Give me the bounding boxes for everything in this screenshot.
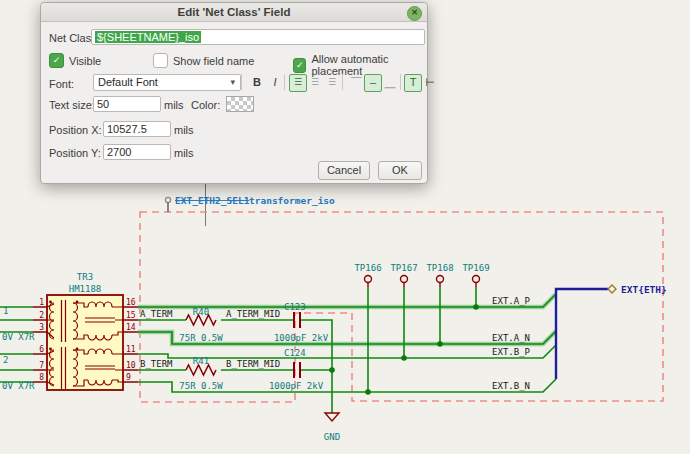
chevron-down-icon: ▾ bbox=[230, 75, 235, 90]
text-direction-button[interactable]: ⊢ bbox=[421, 74, 439, 92]
gnd-label[interactable]: GND bbox=[324, 432, 340, 442]
italic-button[interactable]: I bbox=[266, 74, 284, 92]
bus-end-diamond-icon bbox=[608, 285, 616, 293]
svg-text:8: 8 bbox=[39, 373, 44, 382]
font-dropdown[interactable]: Default Font ▾ bbox=[93, 74, 241, 91]
svg-text:6: 6 bbox=[39, 345, 44, 354]
tp168-label[interactable]: TP168 bbox=[426, 263, 453, 273]
visible-checkbox[interactable]: ✓ Visible bbox=[49, 53, 101, 68]
svg-text:11: 11 bbox=[126, 345, 136, 354]
valign-bottom-button[interactable]: ⎽ bbox=[381, 74, 399, 92]
cancel-button[interactable]: Cancel bbox=[318, 161, 370, 180]
visible-label: Visible bbox=[69, 55, 101, 67]
tp169-label[interactable]: TP169 bbox=[462, 263, 489, 273]
align-left-button[interactable]: ☰ bbox=[289, 74, 307, 92]
svg-text:9: 9 bbox=[126, 373, 131, 382]
net-label-ext-a-n[interactable]: EXT.A_N bbox=[492, 333, 530, 343]
gnd-symbol[interactable] bbox=[325, 413, 339, 421]
transformer-ref[interactable]: TR3 bbox=[77, 272, 93, 282]
edit-net-class-field-dialog: Edit 'Net Class' Field ✕ Net Class: ${SH… bbox=[40, 2, 428, 184]
svg-text:7: 7 bbox=[39, 361, 44, 370]
r40-value[interactable]: 75R 0.5W bbox=[179, 333, 223, 343]
resistor-r41[interactable] bbox=[186, 365, 216, 375]
separator bbox=[400, 74, 401, 90]
dialog-title: Edit 'Net Class' Field bbox=[178, 6, 291, 18]
capacitor-c124[interactable] bbox=[294, 362, 300, 378]
separator bbox=[342, 74, 343, 90]
tp166-label[interactable]: TP166 bbox=[354, 263, 381, 273]
directive-anchor-icon[interactable] bbox=[165, 197, 170, 202]
show-field-name-checkbox[interactable]: Show field name bbox=[153, 53, 254, 68]
position-x-units: mils bbox=[174, 124, 194, 136]
svg-text:1: 1 bbox=[39, 298, 44, 307]
bold-button[interactable]: B bbox=[248, 74, 266, 92]
show-field-name-label: Show field name bbox=[173, 55, 254, 67]
position-y-input[interactable]: 2700 bbox=[103, 144, 171, 160]
color-swatch-button[interactable] bbox=[226, 96, 254, 112]
text-size-input[interactable]: 50 bbox=[93, 96, 161, 112]
svg-text:3: 3 bbox=[39, 323, 44, 332]
svg-text:10: 10 bbox=[126, 361, 136, 370]
r41-ref[interactable]: R41 bbox=[193, 356, 209, 366]
net-label-ext-b-n[interactable]: EXT.B_N bbox=[492, 381, 530, 391]
svg-text:16: 16 bbox=[126, 298, 136, 307]
c123-value[interactable]: 1000pF 2kV bbox=[274, 333, 329, 343]
align-right-button[interactable]: ☰ bbox=[323, 74, 341, 92]
svg-text:2: 2 bbox=[39, 311, 44, 320]
color-label: Color: bbox=[191, 99, 220, 111]
tp167-label[interactable]: TP167 bbox=[390, 263, 417, 273]
hier-label-ext-eth[interactable]: EXT{ETH} bbox=[621, 284, 667, 295]
capacitor-c123[interactable] bbox=[294, 312, 300, 328]
net-class-input[interactable]: ${SHEETNAME}_iso bbox=[91, 29, 425, 45]
separator bbox=[284, 74, 285, 90]
text-orientation-button[interactable]: T bbox=[404, 74, 422, 92]
directive-netclass[interactable]: transformer_iso bbox=[249, 195, 335, 206]
bus-ext-eth[interactable] bbox=[556, 289, 608, 379]
testpoint-tp166[interactable] bbox=[365, 276, 372, 288]
close-icon[interactable]: ✕ bbox=[407, 6, 422, 21]
font-value: Default Font bbox=[98, 76, 158, 88]
c123-ref[interactable]: C123 bbox=[284, 302, 306, 312]
c124-ref[interactable]: C124 bbox=[284, 348, 306, 358]
checkbox-checked-icon: ✓ bbox=[49, 53, 64, 68]
position-x-label: Position X: bbox=[49, 124, 102, 136]
align-center-button[interactable]: ☰ bbox=[306, 74, 324, 92]
valign-top-button[interactable]: ⎺ bbox=[347, 74, 365, 92]
valign-middle-button[interactable]: – bbox=[364, 74, 382, 92]
left-net-label-1[interactable]: 1 bbox=[3, 306, 8, 316]
separator bbox=[241, 74, 242, 90]
testpoint-tp169[interactable] bbox=[473, 276, 480, 288]
checkbox-checked-icon: ✓ bbox=[293, 58, 306, 73]
dialog-titlebar[interactable]: Edit 'Net Class' Field ✕ bbox=[41, 3, 427, 22]
position-y-units: mils bbox=[174, 147, 194, 159]
testpoint-tp167[interactable] bbox=[401, 276, 408, 288]
font-label: Font: bbox=[49, 78, 74, 90]
c124-value[interactable]: 1000pF 2kV bbox=[269, 381, 324, 391]
net-label-b-term-mid[interactable]: B_TERM_MID bbox=[226, 359, 280, 369]
text-size-label: Text size: bbox=[49, 99, 95, 111]
net-label-a-term-mid[interactable]: A_TERM_MID bbox=[226, 309, 280, 319]
net-label-ext-b-p[interactable]: EXT.B_P bbox=[492, 347, 531, 357]
r40-ref[interactable]: R40 bbox=[193, 307, 209, 317]
left-net-label-2[interactable]: 2 bbox=[3, 355, 8, 365]
net-label-b-term[interactable]: B_TERM bbox=[140, 359, 173, 369]
position-x-input[interactable]: 10527.5 bbox=[103, 121, 171, 137]
net-class-value: ${SHEETNAME}_iso bbox=[95, 31, 201, 43]
testpoint-tp168[interactable] bbox=[437, 276, 444, 288]
svg-text:15: 15 bbox=[126, 311, 136, 320]
net-label-ext-a-p[interactable]: EXT.A_P bbox=[492, 296, 531, 306]
svg-text:14: 14 bbox=[126, 323, 136, 332]
position-y-label: Position Y: bbox=[49, 147, 101, 159]
transformer-value[interactable]: HM1188 bbox=[69, 284, 102, 294]
left-value-label-1[interactable]: 0V X7R bbox=[2, 332, 35, 342]
text-size-units: mils bbox=[164, 99, 184, 111]
r41-value[interactable]: 75R 0.5W bbox=[179, 381, 223, 391]
ok-button[interactable]: OK bbox=[378, 161, 422, 180]
net-label-a-term[interactable]: A_TERM bbox=[140, 309, 173, 319]
checkbox-unchecked-icon bbox=[153, 53, 168, 68]
left-value-label-2[interactable]: 0V X7R bbox=[2, 381, 35, 391]
transformer-tr3[interactable] bbox=[47, 295, 138, 390]
directive-label[interactable]: EXT_ETH2_SEL1 bbox=[175, 195, 250, 206]
